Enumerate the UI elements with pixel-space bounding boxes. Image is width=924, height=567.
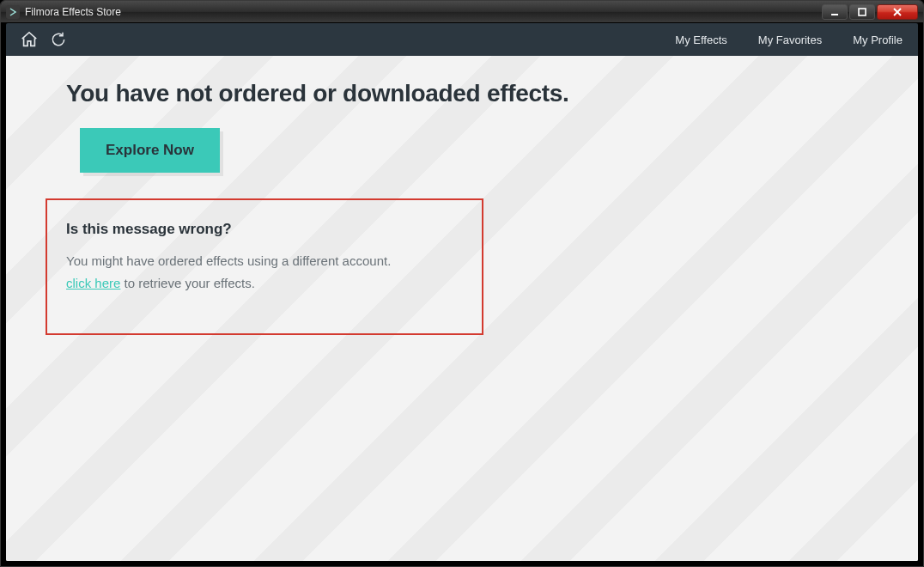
inner-frame: My Effects My Favorites My Profile You h… bbox=[6, 23, 918, 561]
close-button[interactable] bbox=[877, 4, 918, 20]
nav-my-effects[interactable]: My Effects bbox=[675, 34, 726, 46]
toolbar: My Effects My Favorites My Profile bbox=[6, 23, 918, 56]
minimize-button[interactable] bbox=[822, 4, 848, 20]
window-title: Filmora Effects Store bbox=[25, 6, 121, 18]
svg-rect-1 bbox=[859, 9, 866, 15]
window-frame: Filmora Effects Store bbox=[0, 0, 924, 567]
page-headline: You have not ordered or downloaded effec… bbox=[66, 80, 866, 107]
wrong-message-line2-suffix: to retrieve your effects. bbox=[120, 276, 254, 290]
wrong-message-title: Is this message wrong? bbox=[66, 221, 463, 238]
nav-my-profile[interactable]: My Profile bbox=[853, 34, 903, 46]
click-here-link[interactable]: click here bbox=[66, 276, 120, 290]
app-icon bbox=[6, 5, 20, 19]
maximize-button[interactable] bbox=[849, 4, 875, 20]
wrong-message-line1: You might have ordered effects using a d… bbox=[66, 253, 391, 268]
explore-now-button[interactable]: Explore Now bbox=[80, 128, 220, 173]
refresh-icon[interactable] bbox=[47, 28, 70, 51]
content-area: You have not ordered or downloaded effec… bbox=[6, 56, 918, 561]
wrong-message-text: You might have ordered effects using a d… bbox=[66, 250, 463, 296]
nav-my-favorites[interactable]: My Favorites bbox=[758, 34, 822, 46]
wrong-message-box: Is this message wrong? You might have or… bbox=[46, 198, 483, 335]
home-icon[interactable] bbox=[18, 28, 40, 51]
titlebar: Filmora Effects Store bbox=[1, 1, 923, 23]
svg-rect-0 bbox=[831, 14, 838, 15]
